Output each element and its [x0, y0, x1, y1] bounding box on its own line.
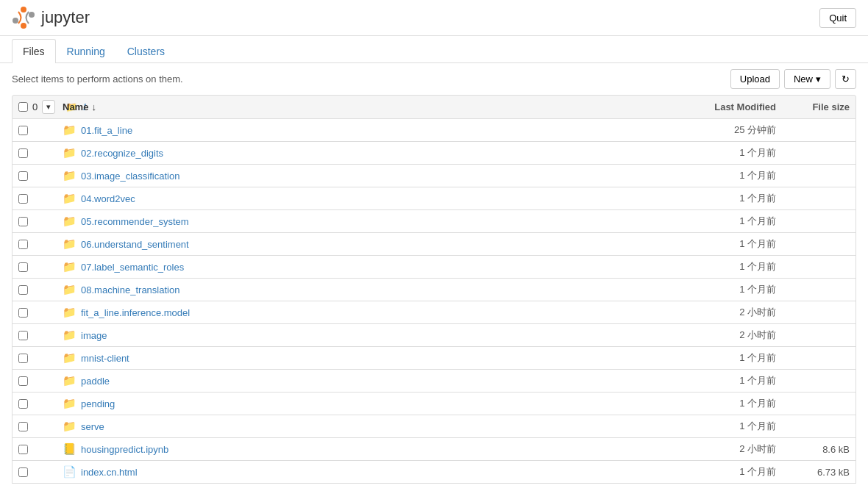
- row-checkbox-area: [18, 240, 63, 249]
- tabs-bar: Files Running Clusters: [0, 39, 868, 63]
- folder-icon: 📁: [63, 329, 77, 342]
- row-checkbox[interactable]: [18, 376, 28, 386]
- table-row: 📁 mnist-client 1 个月前: [12, 347, 856, 370]
- row-checkbox[interactable]: [18, 285, 28, 295]
- tab-running[interactable]: Running: [56, 39, 116, 63]
- row-checkbox[interactable]: [18, 354, 28, 363]
- toolbar: Select items to perform actions on them.…: [0, 63, 868, 95]
- svg-point-1: [21, 23, 26, 29]
- file-modified: 1 个月前: [658, 374, 776, 387]
- row-checkbox-area: [18, 354, 63, 363]
- folder-icon: 📁: [63, 215, 77, 228]
- file-link[interactable]: 08.machine_translation: [81, 284, 179, 295]
- file-link[interactable]: pending: [81, 398, 115, 409]
- tab-clusters[interactable]: Clusters: [116, 39, 176, 63]
- file-icon: 📄: [63, 465, 77, 479]
- row-checkbox[interactable]: [18, 148, 28, 158]
- row-checkbox-area: [18, 194, 63, 204]
- file-modified: 1 个月前: [658, 169, 776, 182]
- row-checkbox-area: [18, 422, 63, 431]
- file-modified: 2 小时前: [658, 442, 776, 456]
- row-checkbox[interactable]: [18, 422, 28, 431]
- upload-button[interactable]: Upload: [730, 69, 780, 89]
- select-dropdown[interactable]: ▾: [42, 100, 55, 114]
- row-checkbox[interactable]: [18, 171, 28, 181]
- table-row: 📁 fit_a_line.inference.model 2 小时前: [12, 301, 856, 324]
- row-checkbox[interactable]: [18, 217, 28, 226]
- table-row: 📁 07.label_semantic_roles 1 个月前: [12, 256, 856, 279]
- file-name-cell: 📁 08.machine_translation: [63, 283, 658, 296]
- table-row: 📁 01.fit_a_line 25 分钟前: [12, 119, 856, 142]
- file-link[interactable]: 07.label_semantic_roles: [81, 262, 184, 273]
- tab-files[interactable]: Files: [12, 39, 56, 63]
- select-count: 0: [32, 101, 38, 112]
- file-modified: 2 小时前: [658, 306, 776, 319]
- row-checkbox[interactable]: [18, 445, 28, 454]
- row-checkbox[interactable]: [18, 262, 28, 272]
- row-checkbox[interactable]: [18, 240, 28, 249]
- file-link[interactable]: 01.fit_a_line: [81, 125, 132, 136]
- row-checkbox-area: [18, 262, 63, 272]
- new-label: New: [794, 74, 813, 85]
- file-name-cell: 📁 06.understand_sentiment: [63, 237, 658, 251]
- file-link[interactable]: 04.word2vec: [81, 193, 135, 204]
- refresh-icon: ↻: [842, 74, 850, 85]
- file-modified: 1 个月前: [658, 351, 776, 365]
- file-link[interactable]: index.cn.html: [81, 467, 138, 478]
- svg-point-0: [21, 7, 26, 12]
- file-link[interactable]: 03.image_classification: [81, 171, 179, 182]
- refresh-button[interactable]: ↻: [835, 69, 856, 89]
- file-name-cell: 📁 fit_a_line.inference.model: [63, 306, 658, 319]
- file-link[interactable]: 05.recommender_system: [81, 216, 189, 227]
- row-checkbox-area: [18, 399, 63, 409]
- file-link[interactable]: fit_a_line.inference.model: [81, 307, 190, 318]
- file-name-cell: 📁 04.word2vec: [63, 192, 658, 205]
- row-checkbox-area: [18, 331, 63, 340]
- file-link[interactable]: mnist-client: [81, 353, 129, 364]
- row-checkbox[interactable]: [18, 467, 28, 477]
- folder-icon: 📁: [63, 260, 77, 273]
- file-modified: 2 小时前: [658, 329, 776, 342]
- table-row: 📁 04.word2vec 1 个月前: [12, 187, 856, 210]
- file-link[interactable]: paddle: [81, 376, 110, 387]
- row-checkbox-area: [18, 376, 63, 386]
- row-checkbox[interactable]: [18, 126, 28, 135]
- select-all-checkbox[interactable]: [18, 102, 28, 112]
- row-checkbox-area: [18, 171, 63, 181]
- row-checkbox[interactable]: [18, 399, 28, 409]
- file-name-cell: 📁 02.recognize_digits: [63, 146, 658, 160]
- svg-point-2: [13, 18, 18, 24]
- table-row: 📁 03.image_classification 1 个月前: [12, 165, 856, 187]
- folder-icon: 📁: [63, 192, 77, 205]
- file-link[interactable]: 06.understand_sentiment: [81, 239, 189, 250]
- header: jupyter Quit: [0, 0, 868, 36]
- row-checkbox-area: [18, 308, 63, 318]
- file-modified: 1 个月前: [658, 260, 776, 273]
- quit-button[interactable]: Quit: [819, 8, 856, 28]
- table-row: 📁 image 2 小时前: [12, 324, 856, 347]
- file-link[interactable]: 02.recognize_digits: [81, 148, 163, 159]
- file-modified: 25 分钟前: [658, 123, 776, 137]
- table-row: 📁 pending 1 个月前: [12, 393, 856, 415]
- row-checkbox[interactable]: [18, 308, 28, 318]
- file-link[interactable]: image: [81, 330, 107, 341]
- file-name-cell: 📄 index.cn.html: [63, 465, 658, 479]
- row-checkbox[interactable]: [18, 331, 28, 340]
- folder-icon: 📁: [63, 374, 77, 387]
- file-link[interactable]: serve: [81, 421, 104, 432]
- name-header[interactable]: Name ↓: [63, 101, 658, 112]
- modified-header[interactable]: Last Modified: [658, 101, 776, 112]
- file-link[interactable]: housingpredict.ipynb: [81, 444, 168, 455]
- file-modified: 1 个月前: [658, 146, 776, 160]
- size-header: File size: [776, 101, 850, 112]
- folder-icon: 📁: [63, 146, 77, 160]
- row-checkbox[interactable]: [18, 194, 28, 204]
- file-name-cell: 📁 paddle: [63, 374, 658, 387]
- table-row: 📁 06.understand_sentiment 1 个月前: [12, 233, 856, 256]
- table-row: 📁 02.recognize_digits 1 个月前: [12, 142, 856, 165]
- new-button[interactable]: New ▾: [784, 69, 830, 89]
- folder-icon: 📁: [63, 169, 77, 182]
- file-modified: 1 个月前: [658, 397, 776, 410]
- folder-icon: 📁: [63, 283, 77, 296]
- table-row: 📁 05.recommender_system 1 个月前: [12, 210, 856, 233]
